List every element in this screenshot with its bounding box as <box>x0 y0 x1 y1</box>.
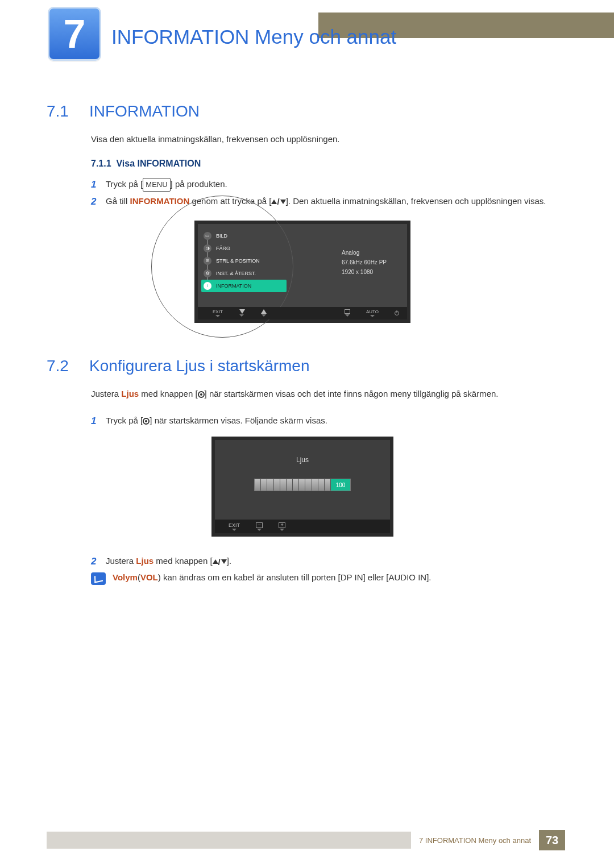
subsection-number: 7.1.1 <box>91 159 111 168</box>
highlight-ljus: Ljus <box>136 556 154 566</box>
info-icon: i <box>204 282 211 290</box>
step-number: 1 <box>91 413 96 430</box>
osd-figure-ljus: Ljus 100 EXIT – + <box>47 437 558 537</box>
highlight-information: INFORMATION <box>130 196 190 206</box>
intro-text: ] när startskärmen visas och det inte fi… <box>205 389 499 398</box>
osd-ljus-title: Ljus <box>296 456 309 464</box>
note-icon <box>91 572 106 585</box>
steps-7-2: 1 Tryck på [] när startskärmen visas. Fö… <box>91 413 558 428</box>
osd-frequency: 67.6kHz 60Hz PP <box>342 258 387 267</box>
note-row: Volym(VOL) kan ändras om en kabel är ans… <box>91 572 558 585</box>
footer-text: 7 INFORMATION Meny och annat <box>419 836 531 845</box>
osd-minus-icon: – <box>256 522 263 531</box>
page-footer: 7 INFORMATION Meny och annat 73 <box>47 829 565 851</box>
step-text: genom att trycka på [ <box>189 196 271 206</box>
osd-menu-label: STRL & POSITION <box>216 258 260 264</box>
osd-enter-icon <box>345 309 350 317</box>
osd-down-icon <box>239 309 245 317</box>
osd-menu-list: ▭BILD ◑FÄRG ⊞STRL & POSITION ✿INST. & ÅT… <box>201 230 287 292</box>
step-text: ]. Den aktuella inmatningskällan, frekve… <box>286 196 546 206</box>
osd-exit-label: EXIT <box>229 522 240 531</box>
step-text: ] när startskärmen visas. Följande skärm… <box>150 416 327 425</box>
osd-menu-inst: ✿INST. & ÅTERST. <box>201 267 287 280</box>
highlight-vol: VOL <box>140 572 158 582</box>
subsection-title: Visa INFORMATION <box>116 159 201 168</box>
section-7-1-intro: Visa den aktuella inmatningskällan, frek… <box>91 134 558 144</box>
jog-button-icon <box>198 391 205 398</box>
osd-info-panel: Analog 67.6kHz 60Hz PP 1920 x 1080 <box>342 248 387 277</box>
up-down-icon: / <box>213 555 227 570</box>
osd2-bottom-bar: EXIT – + <box>215 520 390 533</box>
section-7-1-title: INFORMATION <box>89 102 200 120</box>
intro-text: med knappen [ <box>139 389 197 398</box>
osd-exit-label: EXIT <box>213 309 223 317</box>
step-text: med knappen [ <box>154 556 212 566</box>
step-text: ] på produkten. <box>171 179 227 189</box>
osd-power-icon <box>395 311 399 315</box>
subsection-7-1-1-heading: 7.1.1 Visa INFORMATION <box>91 159 558 169</box>
osd-menu-bild: ▭BILD <box>201 230 287 242</box>
osd-plus-icon: + <box>279 522 285 531</box>
highlight-volym: Volym <box>113 572 138 582</box>
gear-icon: ✿ <box>204 269 211 277</box>
up-down-icon: / <box>271 194 285 209</box>
intro-text: Justera <box>91 389 121 398</box>
section-7-2-intro: Justera Ljus med knappen [] när startskä… <box>91 389 558 398</box>
osd-bottom-bar: EXIT AUTO <box>198 307 407 319</box>
osd-menu-label: BILD <box>216 233 227 239</box>
osd-auto-label: AUTO <box>366 309 379 317</box>
step-2: 2 Justera Ljus med knappen [/]. <box>91 554 558 569</box>
page-number: 73 <box>539 830 565 850</box>
size-icon: ⊞ <box>204 257 211 265</box>
osd-ljus-value: 100 <box>331 479 350 491</box>
step-2: 2 Gå till INFORMATION genom att trycka p… <box>91 194 558 209</box>
osd-menu-strl: ⊞STRL & POSITION <box>201 255 287 267</box>
jog-button-icon <box>143 418 150 425</box>
highlight-ljus: Ljus <box>121 389 139 398</box>
steps-7-1-1: 1 Tryck på [MENU] på produkten. 2 Gå til… <box>91 177 558 209</box>
chapter-title: INFORMATION Meny och annat <box>111 26 396 48</box>
osd-resolution: 1920 x 1080 <box>342 267 387 277</box>
osd-ljus-slider: 100 <box>254 479 351 491</box>
chapter-badge: 7 <box>48 7 101 61</box>
step-number: 1 <box>91 177 96 193</box>
menu-key: MENU <box>143 178 170 192</box>
color-icon: ◑ <box>204 244 211 252</box>
section-7-1-heading: 7.1INFORMATION <box>47 102 558 121</box>
note-text: Volym(VOL) kan ändras om en kabel är ans… <box>113 572 432 582</box>
step-1: 1 Tryck på [] när startskärmen visas. Fö… <box>91 413 558 428</box>
osd-menu-information: iINFORMATION <box>201 280 287 292</box>
osd-menu-label: FÄRG <box>216 246 230 251</box>
osd-menu-label: INST. & ÅTERST. <box>216 271 256 276</box>
osd-source: Analog <box>342 248 387 258</box>
step-number: 2 <box>91 194 96 210</box>
section-7-1-number: 7.1 <box>47 102 89 121</box>
osd-menu-farg: ◑FÄRG <box>201 242 287 255</box>
step-text: ]. <box>227 556 231 566</box>
step-1: 1 Tryck på [MENU] på produkten. <box>91 177 558 192</box>
step-number: 2 <box>91 554 96 570</box>
section-7-2-number: 7.2 <box>47 357 89 375</box>
footer-bar <box>47 832 411 849</box>
step-text: Tryck på [ <box>106 416 143 425</box>
step-text: Tryck på [ <box>106 179 143 189</box>
section-7-2-heading: 7.2Konfigurera Ljus i startskärmen <box>47 357 558 375</box>
osd-up-icon <box>261 309 267 317</box>
section-7-2-title: Konfigurera Ljus i startskärmen <box>89 357 310 375</box>
chapter-number: 7 <box>64 11 86 57</box>
osd-figure-information: ▭BILD ◑FÄRG ⊞STRL & POSITION ✿INST. & ÅT… <box>47 221 558 323</box>
osd-menu-label: INFORMATION <box>216 283 251 289</box>
step-text: Justera <box>106 556 136 566</box>
steps-7-2-cont: 2 Justera Ljus med knappen [/]. <box>91 554 558 569</box>
step-text: Gå till <box>106 196 130 206</box>
picture-icon: ▭ <box>204 232 211 240</box>
note-text: ) kan ändras om en kabel är ansluten til… <box>158 572 432 582</box>
